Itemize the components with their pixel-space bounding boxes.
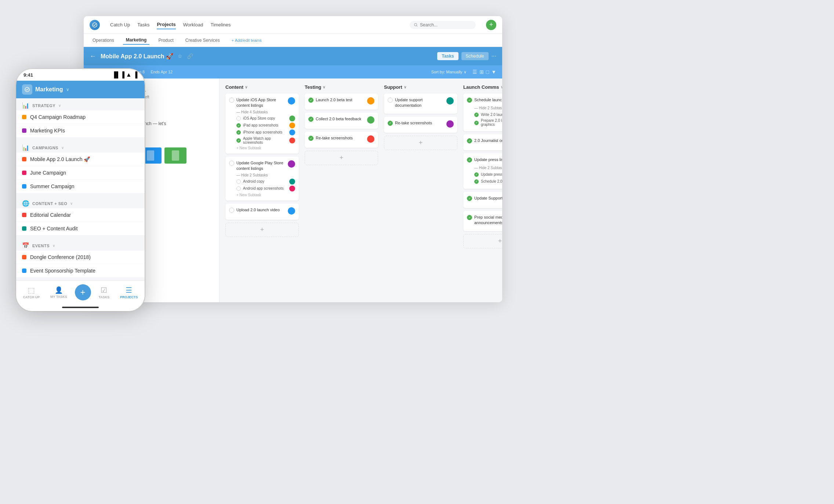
- video-checkbox[interactable]: [229, 208, 234, 213]
- phone-nav-q4[interactable]: Q4 Campaign Roadmap: [16, 110, 145, 124]
- column-testing-chevron[interactable]: ∨: [323, 85, 325, 89]
- subtask-pr-mailout-cb[interactable]: ✓: [474, 179, 479, 184]
- tab-marketing[interactable]: Marketing: [123, 36, 150, 45]
- search-input[interactable]: [420, 22, 471, 28]
- ios-checkbox[interactable]: [229, 98, 234, 103]
- phone-nav-sponsorship[interactable]: Event Sponsorship Template: [16, 264, 145, 277]
- subtask-press-list-cb[interactable]: ✓: [474, 172, 479, 177]
- column-comms-chevron[interactable]: ∨: [501, 85, 502, 89]
- phone-nav-editorial[interactable]: Editorial Calendar: [16, 208, 145, 222]
- add-testing-card-button[interactable]: +: [305, 151, 378, 165]
- retake-checkbox[interactable]: ✓: [308, 136, 313, 141]
- journalist-checkbox[interactable]: ✓: [467, 138, 472, 143]
- gplay-new-subtask[interactable]: + New Subtask: [229, 193, 295, 197]
- video-title: Upload 2.0 launch video: [236, 207, 286, 213]
- nav-catchup[interactable]: Catch Up: [110, 21, 130, 29]
- list-view-icon[interactable]: ☰: [472, 69, 477, 75]
- content-seo-chevron[interactable]: ∨: [70, 201, 73, 205]
- social-checkbox[interactable]: ✓: [467, 215, 472, 220]
- phone-add-button[interactable]: +: [75, 284, 91, 300]
- add-content-card-button[interactable]: +: [225, 223, 299, 237]
- sort-by-control[interactable]: Sort by: Manually ∨: [431, 70, 467, 74]
- search-box[interactable]: [410, 21, 476, 29]
- nav-tasks[interactable]: Tasks: [137, 21, 149, 29]
- back-button[interactable]: ←: [90, 52, 96, 60]
- ios-subtask-toggle[interactable]: — Hide 4 Subtasks: [229, 110, 295, 114]
- press-subtask-toggle[interactable]: — Hide 2 Subtasks: [467, 166, 502, 170]
- card-feedback-header: ✓ Collect 2.0 beta feedback: [308, 116, 374, 124]
- blog-subtask-toggle[interactable]: — Hide 2 Subtasks: [467, 106, 502, 110]
- phone-tab-tasks[interactable]: ☑ TASKS: [95, 284, 112, 300]
- blog-checkbox[interactable]: ✓: [467, 98, 472, 103]
- add-support-card-button[interactable]: +: [384, 136, 457, 150]
- tab-add-teams[interactable]: + Add/edit teams: [229, 37, 265, 44]
- phone-workspace-chevron[interactable]: ∨: [66, 87, 69, 92]
- tasks-view-button[interactable]: Tasks: [437, 52, 458, 60]
- subtask-android-copy: Android copy: [229, 179, 295, 185]
- content-seo-section-icon: 🌐: [22, 200, 29, 207]
- subtask-android-copy-cb[interactable]: [236, 179, 241, 184]
- campaigns-chevron[interactable]: ∨: [61, 146, 64, 150]
- subtask-graphics-cb[interactable]: ✓: [474, 121, 479, 125]
- phone-nav-kpis[interactable]: Marketing KPIs: [16, 124, 145, 137]
- ios-new-subtask[interactable]: + New Subtask: [229, 146, 295, 150]
- top-nav: Catch Up Tasks Projects Workload Timelin…: [84, 16, 502, 34]
- phone-nav-summer[interactable]: Summer Campaign: [16, 180, 145, 193]
- star-icon[interactable]: ☆: [178, 53, 182, 59]
- gplay-avatar: [288, 160, 295, 168]
- project-header: ← Mobile App 2.0 Launch 🚀 ☆ 🔗 Tasks Sche…: [84, 47, 502, 65]
- subtask-android-ss: Android app screenshots: [229, 186, 295, 191]
- phone-nav-seo-audit[interactable]: SEO + Content Audit: [16, 222, 145, 235]
- link-icon[interactable]: 🔗: [187, 53, 193, 59]
- support-docs-checkbox[interactable]: ✓: [467, 196, 472, 201]
- phone-workspace-label[interactable]: Marketing: [35, 86, 63, 93]
- phone-tab-catchup[interactable]: ⬚ CATCH UP: [20, 284, 43, 300]
- phone-nav-june[interactable]: June Campaign: [16, 166, 145, 179]
- tab-operations[interactable]: Operations: [90, 36, 117, 44]
- phone-nav-mobile-app[interactable]: Mobile App 2.0 Launch 🚀: [16, 153, 145, 166]
- subtask-ipad-cb[interactable]: ✓: [236, 123, 241, 128]
- strategy-chevron[interactable]: ∨: [58, 103, 61, 107]
- column-content-chevron[interactable]: ∨: [245, 85, 247, 89]
- gplay-subtask-toggle[interactable]: — Hide 2 Subtasks: [229, 173, 295, 177]
- subtask-ios-copy-cb[interactable]: [236, 116, 241, 121]
- svg-line-2: [417, 25, 418, 26]
- grid-view-icon[interactable]: ⊞: [479, 69, 484, 75]
- main-nav: Catch Up Tasks Projects Workload Timelin…: [110, 20, 231, 29]
- more-options-button[interactable]: ···: [492, 53, 496, 59]
- beta-checkbox[interactable]: ✓: [308, 98, 313, 103]
- tab-creative[interactable]: Creative Services: [182, 36, 223, 44]
- column-support-chevron[interactable]: ∨: [404, 85, 406, 89]
- nav-timelines[interactable]: Timelines: [210, 21, 231, 29]
- subtask-write-blog-cb[interactable]: ✓: [474, 113, 479, 117]
- attachment-4[interactable]: [164, 147, 186, 164]
- strategy-section-title: STRATEGY: [32, 103, 55, 108]
- add-comms-card-button[interactable]: +: [463, 234, 502, 248]
- board-view-icon[interactable]: □: [486, 69, 489, 75]
- schedule-view-button[interactable]: Schedule: [461, 52, 489, 60]
- subtask-android-ss-cb[interactable]: [236, 186, 241, 191]
- nav-projects[interactable]: Projects: [157, 20, 175, 29]
- press-checkbox[interactable]: ✓: [467, 157, 472, 162]
- tab-product[interactable]: Product: [155, 36, 176, 44]
- retake2-title: Re-take screenshots: [395, 120, 444, 126]
- card-docs-header: Update support documentation: [388, 97, 454, 109]
- card-schedule-blog: ✓ Schedule launch blog post — Hide 2 Sub…: [463, 94, 502, 131]
- phone-nav-dongle[interactable]: Dongle Conference (2018): [16, 251, 145, 264]
- subtask-iphone-cb[interactable]: ✓: [236, 130, 241, 135]
- project-end-date: Ends Apr 12: [151, 70, 173, 74]
- events-chevron[interactable]: ∨: [52, 244, 55, 248]
- docs-checkbox[interactable]: [388, 98, 393, 103]
- gplay-checkbox[interactable]: [229, 161, 234, 166]
- phone-tab-mytasks[interactable]: 👤 MY TASKS: [47, 285, 70, 300]
- tasks-tab-icon: ☑: [101, 286, 107, 295]
- retake2-checkbox[interactable]: ✓: [388, 121, 393, 126]
- filter-icon[interactable]: ▼: [491, 69, 496, 75]
- phone-tab-projects[interactable]: ☰ PROJECTS: [117, 284, 141, 300]
- feedback-checkbox[interactable]: ✓: [308, 117, 313, 122]
- nav-workload[interactable]: Workload: [183, 21, 203, 29]
- subtask-watch-cb[interactable]: ✓: [236, 138, 241, 143]
- view-icons: ☰ ⊞ □ ▼: [472, 69, 496, 75]
- feedback-avatar: [367, 116, 374, 124]
- global-add-button[interactable]: +: [486, 20, 496, 30]
